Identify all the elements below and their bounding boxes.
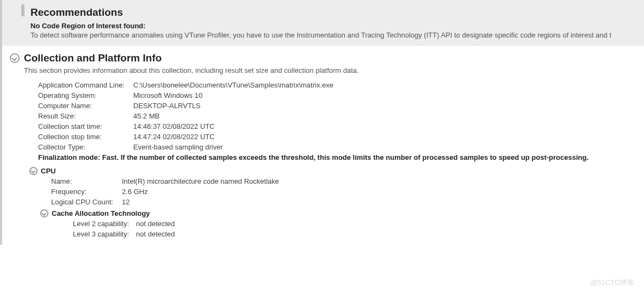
- kv-key: Level 2 capability:: [73, 220, 136, 228]
- collection-info-desc: This section provides information about …: [24, 66, 639, 74]
- recommendations-subheading: No Code Region of Interest found:: [30, 22, 637, 30]
- kv-key: Application Command Line:: [38, 81, 133, 89]
- table-row: Application Command Line:C:\Users\bonele…: [38, 80, 639, 90]
- kv-key: Logical CPU Count:: [51, 198, 122, 206]
- table-row: Collection start time:14:46:37 02/08/202…: [38, 121, 639, 132]
- collection-info-section: Collection and Platform Info This sectio…: [2, 46, 644, 245]
- kv-key: Result Size:: [38, 112, 133, 120]
- kv-val: 2.6 GHz: [122, 188, 148, 196]
- collapse-toggle-icon[interactable]: [40, 209, 48, 217]
- kv-val: 14:46:37 02/08/2022 UTC: [133, 122, 215, 130]
- cache-allocation-section: Cache Allocation Technology Level 2 capa…: [40, 209, 639, 239]
- recommendations-accent-bar: [21, 4, 24, 16]
- collection-info-title: Collection and Platform Info: [24, 52, 162, 64]
- kv-val: 12: [122, 198, 129, 206]
- table-row: Level 2 capability:not detected: [73, 219, 639, 229]
- recommendations-panel: Recommendations No Code Region of Intere…: [2, 0, 644, 46]
- cpu-title: CPU: [41, 167, 55, 175]
- recommendations-heading: Recommendations: [30, 7, 637, 18]
- collapse-toggle-icon[interactable]: [29, 167, 38, 175]
- kv-val: Microsoft Windows 10: [133, 91, 202, 99]
- finalization-note: Finalization mode: Fast. If the number o…: [38, 153, 639, 161]
- kv-key: Collection start time:: [38, 122, 133, 130]
- table-row: Collector Type:Event-based sampling driv…: [38, 142, 639, 152]
- kv-val: 45.2 MB: [133, 112, 159, 120]
- cache-allocation-table: Level 2 capability:not detected Level 3 …: [73, 219, 639, 239]
- kv-val: Event-based sampling driver: [133, 143, 223, 151]
- table-row: Computer Name:DESKTOP-ALRVTLS: [38, 101, 639, 111]
- table-row: Collection stop time:14:47:24 02/08/2022…: [38, 132, 639, 142]
- cache-allocation-title: Cache Allocation Technology: [52, 209, 150, 217]
- kv-key: Frequency:: [51, 188, 122, 196]
- table-row: Result Size:45.2 MB: [38, 111, 639, 121]
- kv-key: Computer Name:: [38, 102, 133, 110]
- kv-val: Intel(R) microarchitecture code named Ro…: [122, 177, 279, 185]
- kv-val: not detected: [136, 220, 175, 228]
- kv-val: C:\Users\bonelee\Documents\VTune\Samples…: [133, 81, 333, 89]
- kv-key: Collector Type:: [38, 143, 133, 151]
- cpu-section: CPU Name:Intel(R) microarchitecture code…: [29, 167, 639, 239]
- table-row: Level 3 capability:not detected: [73, 229, 639, 239]
- collection-info-table: Application Command Line:C:\Users\bonele…: [38, 80, 639, 152]
- kv-val: DESKTOP-ALRVTLS: [133, 102, 201, 110]
- collapse-toggle-icon[interactable]: [10, 53, 20, 63]
- kv-key: Operating System:: [38, 91, 133, 99]
- table-row: Frequency:2.6 GHz: [51, 186, 639, 197]
- cpu-table: Name:Intel(R) microarchitecture code nam…: [51, 176, 639, 207]
- kv-val: 14:47:24 02/08/2022 UTC: [133, 133, 215, 141]
- table-row: Name:Intel(R) microarchitecture code nam…: [51, 176, 639, 186]
- table-row: Operating System:Microsoft Windows 10: [38, 90, 639, 101]
- kv-key: Collection stop time:: [38, 133, 133, 141]
- kv-key: Name:: [51, 177, 122, 185]
- table-row: Logical CPU Count:12: [51, 197, 639, 207]
- recommendations-body: To detect software performance anomalies…: [30, 31, 637, 39]
- kv-key: Level 3 capability:: [73, 230, 136, 238]
- kv-val: not detected: [136, 230, 175, 238]
